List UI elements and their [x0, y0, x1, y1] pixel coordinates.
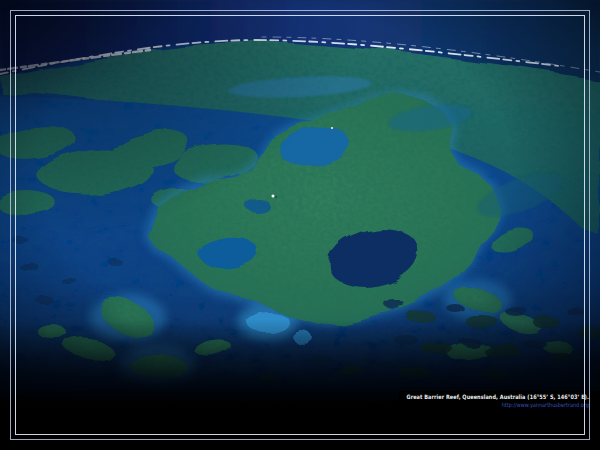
caption-title: Great Barrier Reef, Queensland, Australi… [406, 393, 588, 401]
caption-url: http://www.yannarthusbertrand.org [406, 401, 588, 408]
reef-aerial-photo [0, 0, 600, 405]
wallpaper-stage: Great Barrier Reef, Queensland, Australi… [0, 0, 600, 450]
caption-bar: Great Barrier Reef, Queensland, Australi… [400, 391, 600, 411]
